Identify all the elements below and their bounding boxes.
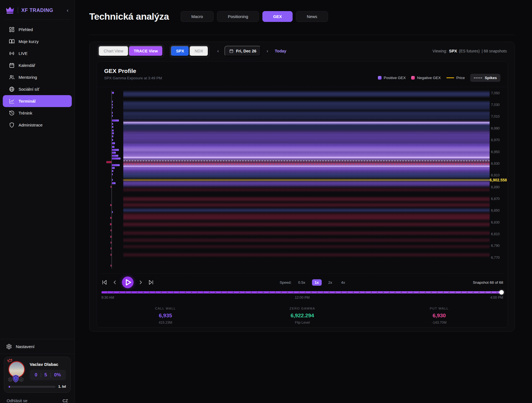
broadcast-icon (9, 50, 15, 56)
gex-bar (112, 173, 113, 175)
put-wall-stat: PUT WALL 6,930 -143.70M (371, 307, 508, 325)
skip-to-end-button[interactable] (148, 279, 154, 285)
y-axis-tick-label: 6,890 (491, 185, 500, 189)
sidebar-item-prehled[interactable]: Přehled (3, 24, 72, 36)
snapshot-dot (227, 292, 228, 293)
y-axis-tick-label: 6,790 (491, 244, 500, 248)
skip-to-start-button[interactable] (101, 279, 108, 285)
snapshot-dot (251, 292, 252, 293)
date-picker-button[interactable]: Fri, Dec 26 (224, 46, 261, 56)
gex-bar (112, 158, 121, 159)
sidebar-collapse-button[interactable]: ‹ (66, 7, 70, 13)
play-button[interactable] (122, 277, 134, 288)
speed-0.5x-button[interactable]: 0.5x (296, 279, 308, 286)
gex-bar (110, 204, 112, 206)
gex-bar (112, 211, 113, 213)
badge-row (7, 375, 24, 382)
calendar-icon (9, 62, 15, 68)
snapshot-dot (317, 292, 318, 293)
spikes-toggle-button[interactable]: Spikes (470, 74, 500, 82)
zero-gamma-sub: Flip Level (234, 321, 371, 325)
snapshot-dot (233, 292, 234, 293)
snapshot-dot (131, 292, 132, 293)
user-name: Vaclav Dlabac (30, 362, 66, 367)
snapshot-dot (287, 292, 288, 293)
chart-view-button[interactable]: Chart View (98, 46, 129, 56)
tab-news[interactable]: News (296, 11, 328, 22)
y-axis-tick-label: 6,770 (491, 256, 500, 260)
sidebar-item-socialni-sit[interactable]: Sociální síť (3, 83, 72, 95)
logout-row: Odhlásit se CZ (0, 393, 75, 403)
snapshot-dot (305, 292, 306, 293)
snapshot-dot (413, 292, 414, 293)
tab-gex[interactable]: GEX (262, 11, 293, 22)
sidebar-item-live[interactable]: LIVE (3, 47, 72, 59)
snapshot-dot (401, 292, 402, 293)
snapshot-dot (191, 292, 192, 293)
sidebar-item-administrace[interactable]: Administrace (3, 119, 72, 131)
snapshot-slider-knob[interactable] (499, 290, 504, 295)
spx-button[interactable]: SPX (171, 46, 189, 56)
legend-positive-gex: Positive GEX (378, 76, 406, 80)
next-snapshot-button[interactable] (138, 279, 144, 285)
chart-toolbar: Chart View TRACE View SPX NDX ‹ Fri, Dec… (97, 45, 507, 57)
tab-macro[interactable]: Macro (181, 11, 214, 22)
snapshot-dot (473, 292, 474, 293)
prev-day-button[interactable]: ‹ (215, 47, 221, 55)
sidebar-item-label: Terminál (19, 99, 35, 103)
tab-positioning[interactable]: Positioning (217, 11, 259, 22)
gex-bar (110, 223, 111, 225)
gex-bar (112, 120, 119, 121)
snapshot-dot (449, 292, 450, 293)
trace-view-button[interactable]: TRACE View (129, 46, 163, 56)
user-stat-value: 0 (35, 372, 37, 378)
price-line-label: 6,902.558 (490, 178, 507, 182)
gex-chart-card: GEX Profile SPX Gamma Exposure at 3:49 P… (97, 61, 508, 328)
y-axis-tick-label: 6,870 (491, 197, 500, 201)
time-start: 9:30 AM (101, 296, 114, 300)
y-axis-tick-label: 6,830 (491, 220, 500, 224)
speed-label: Speed: (280, 280, 291, 285)
gex-plot[interactable]: 6,902.5587,0507,0307,0106,9906,9706,9506… (97, 89, 508, 270)
snapshot-dot (491, 292, 492, 293)
snapshot-dot (215, 292, 216, 293)
legend-negative-gex: Negative GEX (411, 76, 441, 80)
locale-button[interactable]: CZ (63, 399, 68, 403)
gex-bar (112, 112, 113, 114)
next-day-button[interactable]: › (264, 47, 270, 55)
gex-bar (112, 107, 113, 108)
snapshot-dot (281, 292, 282, 293)
sidebar: XF TRADING ‹ Přehled Moje kurzy (0, 0, 75, 403)
sidebar-item-trenink[interactable]: Trénink (3, 107, 72, 119)
sidebar-item-moje-kurzy[interactable]: Moje kurzy (3, 36, 72, 47)
gex-bar (112, 170, 113, 172)
snapshot-dot (419, 292, 420, 293)
snapshot-dot (431, 292, 432, 293)
speed-4x-button[interactable]: 4x (339, 279, 347, 286)
snapshot-slider-zone: 9:30 AM 12:00 PM 4:00 PM (101, 290, 503, 300)
snapshot-dot (395, 292, 396, 293)
viewing-note: (ES futures) (459, 49, 480, 53)
sidebar-item-terminal[interactable]: Terminál (3, 95, 72, 107)
snapshot-dot (209, 292, 210, 293)
time-mid: 12:00 PM (295, 296, 310, 300)
settings-row[interactable]: Nastavení (0, 339, 75, 354)
previous-snapshot-button[interactable] (112, 279, 118, 285)
sidebar-item-kalendar[interactable]: Kalendář (3, 59, 72, 71)
snapshot-dot (371, 292, 372, 293)
level-progress-bar (9, 386, 55, 388)
ndx-button[interactable]: NDX (189, 46, 208, 56)
snapshot-dot (239, 292, 240, 293)
speed-2x-button[interactable]: 2x (326, 279, 334, 286)
logout-link[interactable]: Odhlásit se (7, 398, 27, 403)
sidebar-separator-bottom (0, 354, 75, 354)
snapshot-slider-track[interactable] (101, 291, 503, 293)
date-label: Fri, Dec 26 (236, 49, 256, 53)
y-axis-tick-label: 7,050 (491, 91, 500, 95)
sidebar-item-mentoring[interactable]: Mentoring (3, 71, 72, 83)
speed-1x-button[interactable]: 1x (312, 279, 322, 286)
sidebar-divider (4, 19, 70, 20)
level-label: 1. lvl (58, 385, 66, 389)
sidebar-item-label: Sociální síť (19, 87, 39, 92)
today-link[interactable]: Today (275, 49, 287, 53)
